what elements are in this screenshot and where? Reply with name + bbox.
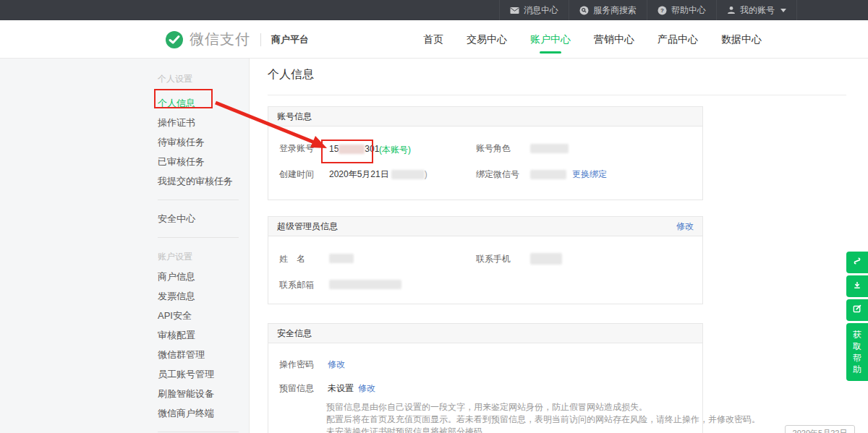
created-time-label: 创建时间 [279, 168, 314, 181]
sidebar-item-face-smart-device[interactable]: 刷脸智能设备 [158, 384, 244, 403]
feedback-button[interactable] [846, 299, 868, 321]
message-center-link[interactable]: 消息中心 [499, 0, 569, 20]
get-help-button[interactable]: 获取帮助 [846, 323, 868, 381]
reserved-info-label: 预留信息 [279, 382, 314, 395]
question-circle-icon: ? [658, 6, 667, 15]
sidebar-item-wechat-merchant-terminal[interactable]: 微信商户终端 [158, 403, 244, 423]
floating-help-widget: 获取帮助 [846, 252, 868, 381]
login-account-label: 登录账号 [279, 142, 314, 155]
sidebar-item-merchant-info[interactable]: 商户信息 [158, 267, 244, 286]
sidebar-divider [158, 237, 239, 238]
topbar-item-label: 消息中心 [524, 4, 558, 17]
bound-wechat-label: 绑定微信号 [476, 168, 519, 181]
get-help-label: 获取帮助 [852, 329, 862, 375]
sidebar-item-security-center[interactable]: 安全中心 [158, 209, 244, 228]
super-admin-section: 超级管理员信息 修改 姓 名 联系手机 联系邮箱 [268, 216, 703, 304]
topbar-item-label: 服务商搜索 [593, 4, 637, 17]
security-info-section: 安全信息 操作密码 修改 预留信息 未设置 修改 预留信息是由你自己设置的一段文… [268, 323, 703, 433]
nav-home[interactable]: 首页 [423, 20, 443, 59]
svg-text:?: ? [660, 7, 664, 14]
date-chip: 2020年5月22日 [785, 425, 855, 433]
edit-icon [852, 304, 862, 317]
link-icon [852, 256, 862, 269]
reserved-info-desc-2: 配置后将在首页及充值页面显示。若未看到预留信息，表明当前访问的网站存在风险，请终… [326, 413, 760, 426]
main-nav: 首页 交易中心 账户中心 营销中心 产品中心 数据中心 [423, 20, 762, 59]
help-center-link[interactable]: ? 帮助中心 [647, 0, 716, 20]
current-account-tag: (本账号) [379, 144, 411, 156]
nav-account-center[interactable]: 账户中心 [530, 20, 571, 59]
contact-phone-label: 联系手机 [476, 253, 511, 265]
created-time-value: 2020年5月21日) [329, 168, 427, 181]
top-utility-bar: 消息中心 服务商搜索 ? 帮助中心 我的账号 [0, 0, 868, 20]
sidebar-item-pending-review-tasks[interactable]: 待审核任务 [158, 132, 244, 152]
site-header: 微信支付 商户平台 首页 交易中心 账户中心 营销中心 产品中心 数据中心 [0, 20, 868, 59]
sidebar-item-api-security[interactable]: API安全 [158, 306, 244, 325]
edit-reserved-info-link[interactable]: 修改 [358, 382, 375, 395]
user-icon [727, 6, 736, 14]
redacted-blur [530, 170, 566, 179]
reserved-info-status: 未设置 [328, 382, 354, 395]
edit-password-link[interactable]: 修改 [328, 359, 345, 371]
rebind-link[interactable]: 更换绑定 [572, 168, 607, 181]
download-button[interactable] [846, 275, 868, 297]
contact-email-label: 联系邮箱 [279, 279, 314, 291]
page-title: 个人信息 [268, 67, 314, 82]
sidebar-group-account-settings: 账户设置 [158, 246, 244, 267]
search-circle-icon [579, 6, 589, 15]
sidebar-group-personal-settings: 个人设置 [158, 69, 244, 89]
sidebar-item-wechat-group-management[interactable]: 微信群管理 [158, 345, 244, 364]
sidebar-item-my-submitted-review-tasks[interactable]: 我提交的审核任务 [158, 171, 244, 191]
sidebar-item-operation-certificate[interactable]: 操作证书 [158, 113, 244, 132]
merchant-platform-page: 消息中心 服务商搜索 ? 帮助中心 我的账号 微信支付 [0, 0, 868, 433]
sidebar-divider [158, 200, 239, 200]
nav-data-center[interactable]: 数据中心 [721, 20, 762, 59]
login-account-value: 15301 [329, 144, 379, 154]
topbar-item-label: 帮助中心 [671, 4, 706, 17]
redacted-blur [530, 253, 562, 265]
security-info-header: 安全信息 [268, 324, 702, 343]
reserved-info-desc-1: 预留信息是由你自己设置的一段文字，用来鉴定网站身份，防止假冒网站造成损失。 [326, 401, 647, 413]
nav-product-center[interactable]: 产品中心 [658, 20, 698, 59]
sidebar-item-personal-info[interactable]: 个人信息 [158, 93, 244, 113]
brand: 微信支付 商户平台 [165, 20, 309, 59]
name-label: 姓 名 [279, 253, 305, 265]
redacted-blur [391, 170, 425, 179]
download-icon [852, 280, 862, 293]
mail-icon [510, 7, 519, 14]
account-info-header: 账号信息 [268, 107, 702, 127]
redacted-blur [329, 254, 354, 263]
title-divider [268, 95, 846, 95]
brand-name: 微信支付 [190, 30, 250, 49]
topbar-item-label: 我的账号 [740, 4, 775, 17]
sidebar: 个人设置 个人信息 操作证书 待审核任务 已审核任务 我提交的审核任务 安全中心… [0, 59, 250, 433]
edit-admin-link[interactable]: 修改 [676, 217, 694, 236]
redacted-blur [329, 280, 401, 289]
sidebar-item-invoice-info[interactable]: 发票信息 [158, 286, 244, 306]
operation-password-label: 操作密码 [279, 359, 314, 371]
main-content: 个人信息 账号信息 登录账号 15301 (本账号) 账号角色 创建时间 202… [250, 59, 868, 433]
chevron-down-icon [780, 9, 786, 12]
account-role-label: 账号角色 [476, 142, 511, 155]
reserved-info-desc-3: 未安装操作证书时预留信息将被部分掩码。 [326, 426, 491, 433]
account-info-section: 账号信息 登录账号 15301 (本账号) 账号角色 创建时间 2020年5月2… [268, 106, 703, 200]
brand-portal-label: 商户平台 [271, 33, 309, 46]
super-admin-title: 超级管理员信息 [277, 221, 338, 231]
redacted-blur [339, 145, 365, 154]
sidebar-item-staff-account-management[interactable]: 员工账号管理 [158, 364, 244, 384]
redacted-blur [530, 144, 569, 153]
sidebar-item-reviewed-tasks[interactable]: 已审核任务 [158, 152, 244, 171]
wechat-pay-logo-icon [165, 30, 184, 49]
nav-marketing-center[interactable]: 营销中心 [594, 20, 634, 59]
quick-link-button[interactable] [846, 252, 868, 273]
sidebar-divider [158, 432, 239, 432]
service-provider-search-link[interactable]: 服务商搜索 [569, 0, 647, 20]
super-admin-header: 超级管理员信息 修改 [268, 217, 702, 236]
brand-divider [260, 33, 261, 46]
nav-transaction-center[interactable]: 交易中心 [467, 20, 507, 59]
sidebar-item-review-config[interactable]: 审核配置 [158, 325, 244, 345]
my-account-menu[interactable]: 我的账号 [716, 0, 797, 20]
